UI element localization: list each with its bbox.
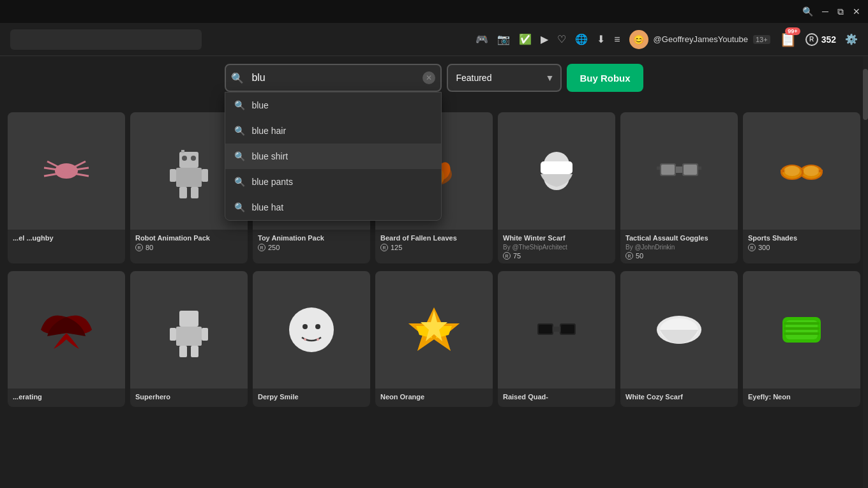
item-thumbnail: [743, 112, 860, 230]
item-info: Sports Shades R 300: [743, 230, 860, 255]
search-suggestion-icon: 🔍: [234, 202, 245, 212]
search-clear-button[interactable]: ✕: [423, 71, 435, 84]
search-suggestion-icon: 🔍: [234, 100, 245, 110]
item-card[interactable]: Raised Quad-: [498, 271, 615, 406]
item-thumbnail: [498, 112, 615, 230]
close-button[interactable]: ✕: [853, 6, 860, 17]
item-creator: By @TheShipArchitect: [503, 244, 610, 251]
notifications[interactable]: 📋 99+: [779, 31, 797, 48]
item-card[interactable]: Tactical Assault Goggles By @JohnDrinkin…: [620, 112, 738, 263]
robux-price-icon: R: [380, 244, 388, 251]
grid-row-2: ...erating: [0, 269, 868, 409]
item-card[interactable]: ...el ...ughby: [8, 112, 125, 263]
svg-rect-10: [202, 169, 208, 182]
settings-icon[interactable]: ⚙️: [845, 33, 858, 45]
search-titlebar-icon[interactable]: 🔍: [802, 6, 813, 17]
search-suggestion-icon: 🔍: [234, 177, 245, 187]
item-svg: [402, 298, 466, 362]
top-nav: 🎮 📷 ✅ ▶ ♡ 🌐 ⬇ ≡ 😊 @GeoffreyJamesYoutube …: [0, 23, 868, 56]
item-name: White Cozy Scarf: [625, 392, 733, 401]
search-input[interactable]: blu: [225, 64, 442, 92]
svg-rect-11: [179, 187, 187, 198]
svg-rect-74: [784, 327, 819, 330]
item-creator: By @JohnDrinkin: [625, 244, 733, 251]
robux-icon: R: [805, 33, 818, 46]
nav-icon-1[interactable]: 🎮: [475, 33, 488, 45]
item-info: Eyefly: Neon: [743, 388, 860, 406]
item-price: R 250: [258, 244, 365, 251]
robux-balance[interactable]: R 352: [805, 33, 836, 46]
search-suggestion-icon: 🔍: [234, 126, 245, 136]
nav-icon-6[interactable]: 🌐: [575, 33, 588, 45]
robux-price-icon: R: [625, 252, 633, 260]
nav-icon-5[interactable]: ♡: [557, 33, 566, 45]
item-info: White Cozy Scarf: [620, 388, 738, 406]
main-area: 🔍 blu ✕ 🔍 blue 🔍 blue hair 🔍 blue: [0, 56, 868, 488]
nav-icon-3[interactable]: ✅: [519, 33, 532, 45]
item-card[interactable]: Sports Shades R 300: [743, 112, 860, 263]
item-card[interactable]: Derpy Smile: [253, 271, 370, 406]
item-card[interactable]: Superhero: [130, 271, 248, 406]
robux-amount: 352: [821, 34, 836, 45]
item-price: R 80: [135, 244, 243, 251]
search-suggestion-icon: 🔍: [234, 151, 245, 161]
minimize-button[interactable]: ─: [822, 6, 828, 17]
svg-point-14: [191, 156, 196, 161]
nav-icon-7[interactable]: ⬇: [597, 33, 605, 45]
robux-price-icon: R: [748, 244, 756, 251]
nav-icon-2[interactable]: 📷: [497, 33, 510, 45]
nav-icon-4[interactable]: ▶: [541, 33, 548, 45]
autocomplete-dropdown: 🔍 blue 🔍 blue hair 🔍 blue shirt 🔍 blue p…: [225, 92, 442, 221]
nav-icon-8[interactable]: ≡: [614, 34, 620, 45]
autocomplete-item-blue-shirt[interactable]: 🔍 blue shirt: [225, 144, 441, 169]
nav-right: 🎮 📷 ✅ ▶ ♡ 🌐 ⬇ ≡ 😊 @GeoffreyJamesYoutube …: [475, 30, 858, 49]
price-value: 250: [268, 244, 280, 251]
item-card[interactable]: Neon Orange: [375, 271, 493, 406]
item-svg: [525, 139, 588, 203]
svg-rect-67: [539, 325, 552, 334]
item-thumbnail: [498, 271, 615, 388]
item-card[interactable]: Eyefly: Neon: [743, 271, 860, 406]
title-bar-controls: 🔍 ─ ⧉ ✕: [802, 6, 860, 17]
autocomplete-item-blue-hat[interactable]: 🔍 blue hat: [225, 195, 441, 220]
svg-rect-68: [561, 325, 574, 334]
item-svg: [34, 298, 98, 362]
item-thumbnail: [620, 112, 738, 230]
price-value: 125: [391, 244, 402, 251]
item-info: ...el ...ughby: [8, 230, 125, 248]
autocomplete-item-blue-pants[interactable]: 🔍 blue pants: [225, 169, 441, 195]
item-svg: [34, 139, 98, 203]
item-svg: [157, 139, 221, 203]
item-card[interactable]: White Winter Scarf By @TheShipArchitect …: [498, 112, 615, 263]
item-card[interactable]: ...erating: [8, 271, 125, 406]
restore-button[interactable]: ⧉: [837, 6, 844, 17]
item-info: ...erating: [8, 388, 125, 406]
item-thumbnail: [130, 271, 248, 388]
svg-rect-43: [802, 170, 804, 175]
item-name: Neon Orange: [380, 392, 488, 401]
svg-rect-31: [541, 161, 572, 174]
item-card[interactable]: White Cozy Scarf: [620, 271, 738, 406]
featured-dropdown[interactable]: Featured ▼: [447, 64, 562, 92]
search-wrapper: 🔍 blu ✕ 🔍 blue 🔍 blue hair 🔍 blue: [225, 64, 442, 92]
item-name: Tactical Assault Goggles: [625, 233, 733, 242]
scroll-track[interactable]: [863, 56, 868, 488]
buy-robux-button[interactable]: Buy Robux: [567, 64, 643, 92]
search-icon: 🔍: [231, 72, 244, 84]
item-thumbnail: [8, 271, 125, 388]
robux-price-icon: R: [135, 244, 143, 251]
svg-rect-9: [170, 169, 176, 182]
item-price: R 50: [625, 252, 733, 260]
autocomplete-item-blue-hair[interactable]: 🔍 blue hair: [225, 118, 441, 144]
autocomplete-item-blue[interactable]: 🔍 blue: [225, 92, 441, 118]
svg-rect-49: [176, 327, 202, 346]
top-search-input[interactable]: [10, 29, 202, 50]
user-info[interactable]: 😊 @GeoffreyJamesYoutube 13+: [629, 30, 770, 49]
svg-rect-73: [784, 322, 819, 325]
item-name: Toy Animation Pack: [258, 233, 365, 242]
svg-rect-48: [179, 311, 198, 327]
search-area: 🔍 blu ✕ 🔍 blue 🔍 blue hair 🔍 blue: [0, 56, 868, 100]
svg-point-54: [289, 307, 334, 352]
item-price: R 300: [748, 244, 855, 251]
svg-point-56: [315, 324, 320, 329]
